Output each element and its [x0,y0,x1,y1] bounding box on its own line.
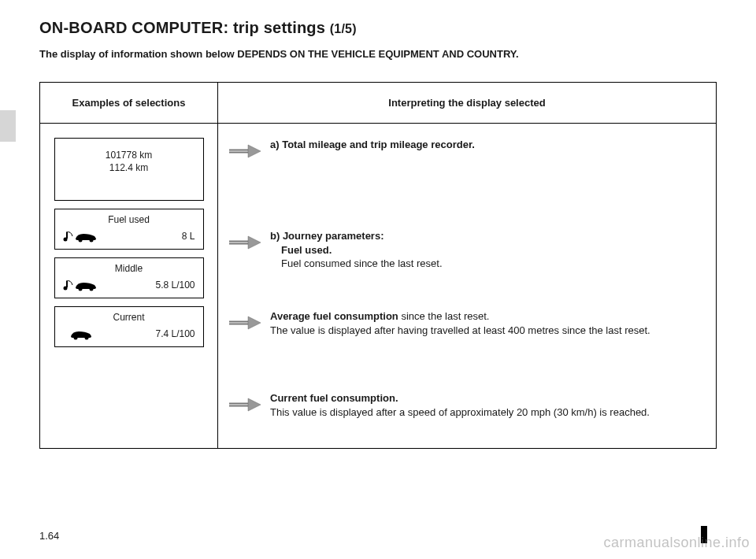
entry-c: Average fuel consumption since the last … [228,309,706,371]
svg-point-7 [89,287,93,291]
watermark: carmanualsonline.info [603,535,750,551]
entry-a: a) Total mileage and trip mileage record… [228,138,706,209]
entry-c-text: Average fuel consumption since the last … [262,309,706,337]
svg-point-3 [89,239,93,242]
display-current-consumption: Current 7.4 L/100 [54,306,204,347]
entry-d: Current fuel consumption. This value is … [228,391,706,431]
descriptions-cell: a) Total mileage and trip mileage record… [218,124,717,449]
side-tab [0,110,16,142]
arrow-icon [228,229,262,251]
fuel-pump-car-icon [63,230,99,242]
arrow-icon [228,309,262,331]
dependency-note: The display of information shown below D… [39,48,717,60]
display-avg-consumption: Middle [54,257,204,298]
svg-rect-5 [66,281,68,287]
svg-point-8 [73,336,77,340]
header-interpreting: Interpreting the display selected [218,83,717,124]
title-sub: (1/5) [330,22,357,35]
entry-b-text: b) Journey parameters: Fuel used. Fuel c… [262,229,706,271]
display-avg-value: 5.8 L/100 [155,280,195,291]
page-number: 1.64 [39,530,59,542]
entry-d-text: Current fuel consumption. This value is … [262,391,706,419]
fuel-pump-car-icon [63,279,99,291]
car-icon [63,328,99,340]
header-examples: Examples of selections [40,83,218,124]
display-mileage-trip: 112.4 km [55,162,203,178]
displays-cell: 101778 km 112.4 km Fuel used [40,124,218,449]
display-fuel-used-value: 8 L [182,231,195,242]
display-current-value: 7.4 L/100 [155,328,195,339]
svg-point-2 [78,239,82,242]
arrow-icon [228,138,262,160]
display-mileage-total: 101778 km [55,146,203,162]
title-main: ON-BOARD COMPUTER: trip settings [39,19,330,36]
svg-point-6 [78,287,82,291]
display-avg-label: Middle [55,258,203,276]
arrow-icon [228,391,262,413]
entry-b: b) Journey parameters: Fuel used. Fuel c… [228,229,706,289]
manual-page: ON-BOARD COMPUTER: trip settings (1/5) T… [0,0,756,559]
display-current-label: Current [55,307,203,324]
svg-point-9 [84,336,88,340]
page-title: ON-BOARD COMPUTER: trip settings (1/5) [39,19,717,37]
trip-settings-table: Examples of selections Interpreting the … [39,82,717,449]
svg-rect-1 [66,232,68,239]
entry-a-text: a) Total mileage and trip mileage record… [262,138,706,152]
display-mileage: 101778 km 112.4 km [54,138,204,201]
display-fuel-used-label: Fuel used [55,209,203,227]
display-fuel-used: Fuel used [54,209,204,250]
